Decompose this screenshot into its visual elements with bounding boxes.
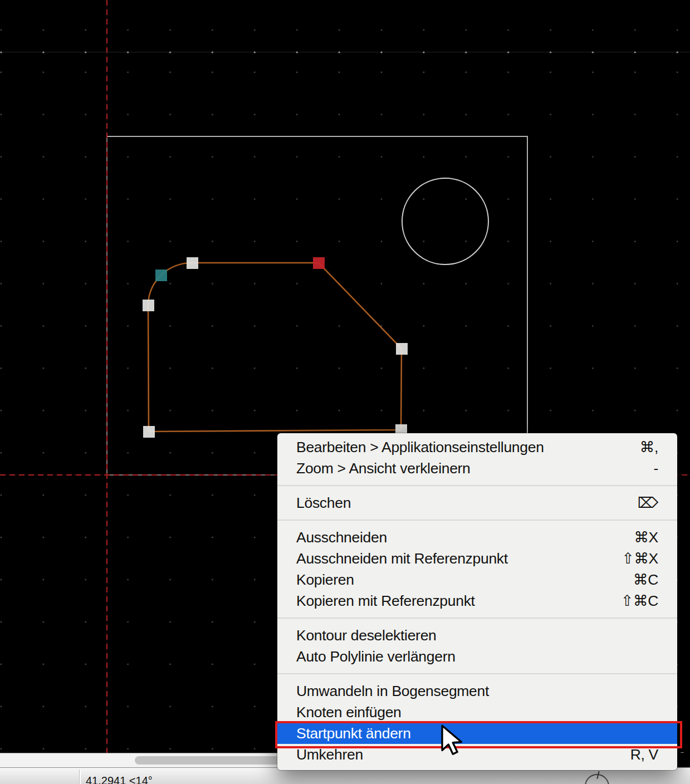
menu-item-shortcut: ⇧⌘C [621,592,658,610]
context-menu: Bearbeiten > Applikationseinstellungen⌘,… [277,433,677,770]
app-window: 10 41.2941 <14° Bearbeiten > Applikation… [0,0,690,784]
menu-item-label: Löschen [296,494,351,512]
menu-item-kopieren[interactable]: Kopieren⌘C [277,569,677,590]
menu-separator [277,673,677,674]
status-divider [79,770,81,784]
scrollbar-thumb[interactable] [135,756,286,765]
menu-separator [277,618,677,619]
menu-item-label: Kontour deselektieren [296,627,437,644]
node-right-upper[interactable] [396,343,408,355]
node-left-upper[interactable] [143,300,154,311]
menu-item-label: Umkehren [296,746,363,763]
menu-item-kontour-deselektieren[interactable]: Kontour deselektieren [277,625,677,646]
menu-item-shortcut: ⌘C [633,571,658,589]
menu-separator [277,485,677,486]
menu-item-label: Kopieren mit Referenzpunkt [296,592,475,610]
menu-item-ausschneiden[interactable]: Ausschneiden⌘X [277,527,677,548]
menu-item-auto-polylinie-verlängern[interactable]: Auto Polylinie verlängern [277,646,677,667]
menu-item-shortcut: ⇧⌘X [622,550,658,567]
measurement-readout: 41.2941 <14° [86,775,153,784]
contour-path[interactable] [148,263,402,432]
menu-item-label: Knoten einfügen [296,704,402,721]
menu-item-label: Bearbeiten > Applikationseinstellungen [296,439,544,456]
menu-item-label: Umwandeln in Bogensegment [296,683,489,700]
menu-item-shortcut: ⌦ [638,494,658,512]
menu-item-löschen[interactable]: Löschen⌦ [277,492,677,513]
menu-item-umwandeln-in-bogensegment[interactable]: Umwandeln in Bogensegment [277,680,677,702]
menu-item-shortcut: R, V [630,746,658,763]
menu-item-ausschneiden-mit-referenzpunkt[interactable]: Ausschneiden mit Referenzpunkt⇧⌘X [277,548,677,569]
menu-item-shortcut: ⌘X [634,528,658,546]
node-start[interactable] [313,257,325,269]
menu-separator [277,520,677,521]
menu-item-zoom-ansicht-verkleinern[interactable]: Zoom > Ansicht verkleinern- [277,458,677,479]
menu-item-shortcut: ⌘, [640,438,658,456]
menu-item-umkehren[interactable]: UmkehrenR, V [277,744,677,765]
menu-item-label: Startpunkt ändern [296,725,411,742]
node-top-left[interactable] [187,257,198,269]
node-bottom-left[interactable] [143,426,155,438]
menu-item-shortcut: - [653,460,658,477]
menu-item-label: Ausschneiden mit Referenzpunkt [296,550,508,567]
menu-item-kopieren-mit-referenzpunkt[interactable]: Kopieren mit Referenzpunkt⇧⌘C [277,590,677,611]
menu-item-startpunkt-ändern[interactable]: Startpunkt ändern [277,723,677,744]
menu-item-bearbeiten-applikationseinstellungen[interactable]: Bearbeiten > Applikationseinstellungen⌘, [277,437,677,458]
menu-item-label: Ausschneiden [296,529,387,546]
menu-item-label: Zoom > Ansicht verkleinern [296,460,471,477]
menu-item-knoten-einfügen[interactable]: Knoten einfügen [277,702,677,723]
menu-item-label: Auto Polylinie verlängern [296,648,456,665]
node-arc[interactable] [155,270,167,281]
menu-item-label: Kopieren [296,571,354,589]
